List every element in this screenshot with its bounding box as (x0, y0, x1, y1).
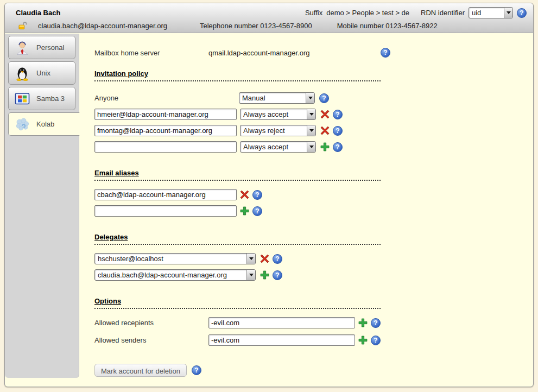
allowed-recipients-row: Allowed recepients (94, 317, 534, 328)
invitation-row: Always reject (94, 125, 534, 136)
add-icon[interactable] (358, 318, 368, 327)
add-icon[interactable] (358, 336, 368, 345)
telephone-number: Telephone number 0123-4567-8900 (200, 22, 312, 30)
delegates-heading: Delegates (94, 233, 381, 245)
invitation-new-row: Always accept (94, 141, 534, 153)
delete-icon[interactable] (320, 110, 330, 119)
chevron-down-icon (307, 142, 315, 152)
mark-account-for-deletion-button[interactable]: Mark account for deletion (94, 364, 187, 377)
help-icon[interactable] (517, 8, 527, 18)
email-alias-input[interactable] (94, 189, 237, 200)
options-heading: Options (94, 297, 381, 309)
delegate-select[interactable]: hschuster@localhost (94, 253, 256, 264)
invitation-email-input[interactable] (94, 141, 237, 153)
help-icon[interactable] (252, 206, 262, 216)
delete-icon[interactable] (240, 190, 249, 199)
invitation-email-input[interactable] (94, 109, 237, 120)
chevron-down-icon (504, 8, 512, 18)
tab-label: Samba 3 (36, 94, 65, 103)
help-icon[interactable] (371, 336, 381, 345)
delete-account-row: Mark account for deletion (94, 364, 534, 377)
allowed-senders-input[interactable] (208, 334, 355, 346)
anyone-label: Anyone (94, 94, 239, 102)
invitation-email-input[interactable] (94, 125, 237, 136)
suffix-label: Suffix (305, 9, 322, 17)
mobile-number: Mobile number 0123-4567-8922 (337, 22, 438, 30)
tux-penguin-icon (15, 66, 30, 81)
new-delegate-select[interactable]: claudia.bach@ldap-account-manager.org (94, 269, 256, 281)
mailbox-home-server-row: Mailbox home server qmail.ldap-account-m… (94, 48, 390, 58)
mailbox-home-server-label: Mailbox home server (94, 49, 208, 57)
invitation-policy-heading: Invitation policy (94, 69, 381, 81)
allowed-recipients-label: Allowed recepients (94, 319, 208, 327)
account-edit-window: Claudia Bach Suffix demo > People > test… (4, 3, 534, 387)
help-icon[interactable] (371, 318, 381, 328)
tab-personal[interactable]: Personal (8, 36, 75, 59)
allowed-senders-row: Allowed senders (94, 334, 534, 346)
anyone-policy-select[interactable]: Manual (239, 92, 315, 104)
title-bar: Claudia Bach Suffix demo > People > test… (5, 3, 533, 33)
tab-label: Kolab (36, 120, 54, 128)
kolab-tab-content: Mailbox home server qmail.ldap-account-m… (79, 34, 534, 377)
allowed-senders-label: Allowed senders (94, 336, 208, 344)
unlock-icon (18, 21, 27, 30)
delete-icon[interactable] (320, 126, 330, 135)
tab-samba3[interactable]: Samba 3 (8, 87, 75, 110)
tab-unix[interactable]: Unix (8, 61, 75, 85)
chevron-down-icon (306, 93, 314, 103)
suffix-breadcrumb: demo > People > test > de (326, 9, 409, 17)
invitation-policy-select[interactable]: Always accept (240, 109, 316, 120)
chevron-down-icon (246, 254, 255, 264)
invitation-row: Always accept (94, 109, 534, 120)
page-title: Claudia Bach (16, 9, 60, 17)
email-alias-input[interactable] (94, 205, 237, 217)
rdn-identifier-label: RDN identifier (421, 9, 465, 17)
help-icon[interactable] (319, 93, 329, 103)
email-alias-new-row (94, 205, 534, 217)
tab-label: Unix (36, 69, 50, 77)
email-aliases-heading: Email aliases (94, 169, 381, 181)
chevron-down-icon (246, 270, 255, 280)
help-icon[interactable] (192, 365, 201, 375)
add-icon[interactable] (320, 142, 330, 151)
add-icon[interactable] (260, 270, 269, 280)
kolab-cloud-icon (15, 117, 30, 132)
help-icon[interactable] (381, 48, 390, 58)
invitation-anyone-row: Anyone Manual (94, 92, 534, 104)
add-icon[interactable] (240, 206, 249, 216)
tab-label: Personal (36, 43, 64, 52)
mailbox-home-server-value: qmail.ldap-account-manager.org (208, 49, 309, 57)
delete-icon[interactable] (260, 254, 269, 263)
delegate-row: hschuster@localhost (94, 253, 534, 264)
help-icon[interactable] (333, 142, 343, 152)
chevron-down-icon (307, 125, 315, 136)
windows-logo-icon (15, 91, 30, 106)
help-icon[interactable] (273, 254, 282, 264)
help-icon[interactable] (333, 110, 343, 119)
invitation-policy-select[interactable]: Always accept (240, 141, 316, 153)
module-tab-sidebar: Personal Unix (5, 34, 79, 378)
help-icon[interactable] (333, 126, 343, 136)
rdn-identifier-select[interactable]: uid (469, 7, 513, 18)
chevron-down-icon (307, 109, 315, 119)
allowed-recipients-input[interactable] (208, 317, 355, 328)
email-alias-row (94, 189, 534, 200)
person-icon (15, 40, 30, 55)
account-email: claudia.bach@ldap-account-manager.org (38, 22, 167, 30)
help-icon[interactable] (273, 270, 282, 280)
tab-kolab[interactable]: Kolab (8, 112, 80, 136)
help-icon[interactable] (252, 190, 262, 200)
delegate-new-row: claudia.bach@ldap-account-manager.org (94, 269, 534, 281)
invitation-policy-select[interactable]: Always reject (240, 125, 316, 136)
